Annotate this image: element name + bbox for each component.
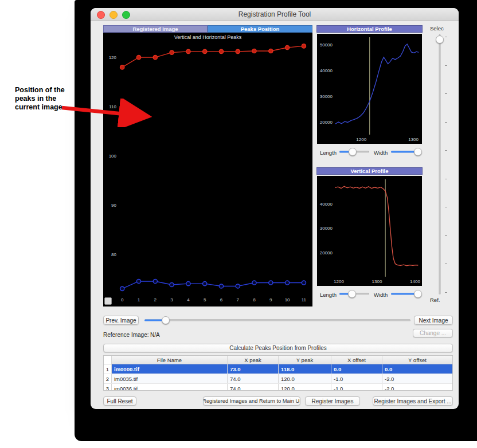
svg-text:9: 9 (269, 297, 272, 302)
y-offset: -2.0 (382, 374, 452, 383)
y-peak: 118.0 (279, 364, 331, 374)
image-index-slider[interactable] (144, 317, 410, 324)
svg-text:90: 90 (111, 203, 116, 208)
svg-text:Vertical and Horizontal Peaks: Vertical and Horizontal Peaks (174, 34, 242, 40)
vertical-profile-plot[interactable]: 200003000040000120013001400 (317, 176, 422, 286)
slider-thumb[interactable] (162, 316, 170, 324)
y-offset: -2.0 (382, 384, 452, 391)
plot-palette-icon[interactable] (104, 297, 112, 305)
y-peak: 120.0 (279, 384, 331, 391)
horizontal-profile-header: Horizontal Profile (316, 25, 423, 33)
reference-ref-label: Ref. (430, 297, 440, 303)
y-peak: 120.0 (279, 374, 331, 383)
table-row[interactable]: 1im0000.tif73.0118.00.00.0 (104, 364, 452, 374)
table-header-cell[interactable]: Y peak (279, 356, 331, 364)
x-offset: 0.0 (331, 364, 382, 374)
vertical-profile-svg: 200003000040000120013001400 (317, 176, 422, 286)
slider-thumb[interactable] (436, 36, 444, 44)
svg-text:40000: 40000 (320, 202, 333, 207)
register-export-button[interactable]: Register Images and Export ... (373, 396, 453, 406)
svg-text:1200: 1200 (334, 279, 344, 284)
svg-text:5: 5 (204, 297, 206, 302)
svg-text:0: 0 (121, 297, 124, 302)
v-length-slider[interactable] (339, 290, 369, 297)
svg-text:20000: 20000 (320, 120, 333, 125)
horizontal-profile-plot[interactable]: 2000030000400005000012001300 (317, 34, 422, 144)
file-name: im0036.tif (112, 384, 228, 391)
x-peak: 74.0 (228, 384, 279, 391)
reference-image-label: Reference Image: (103, 332, 149, 338)
h-length-slider[interactable] (339, 148, 369, 155)
svg-text:10: 10 (285, 297, 290, 302)
change-reference-button[interactable]: Change ... (413, 329, 453, 337)
slider-thumb[interactable] (348, 290, 356, 298)
svg-text:2: 2 (154, 297, 157, 302)
svg-text:6: 6 (220, 297, 223, 302)
svg-text:3: 3 (170, 297, 173, 302)
svg-text:11: 11 (302, 297, 307, 302)
file-name: im0035.tif (112, 374, 228, 383)
v-width-slider[interactable] (391, 290, 421, 297)
y-offset: 0.0 (382, 364, 452, 374)
svg-text:8: 8 (253, 297, 256, 302)
svg-text:100: 100 (109, 154, 117, 159)
calculate-peaks-button[interactable]: Calculate Peaks Position from Profiles (103, 344, 453, 352)
table-header-cell[interactable]: X peak (228, 356, 279, 364)
file-name: im0000.tif (112, 364, 228, 374)
x-peak: 74.0 (228, 374, 279, 383)
reference-select-label: Selec (430, 25, 444, 32)
svg-text:50000: 50000 (320, 42, 333, 48)
vertical-profile-header: Vertical Profile (316, 167, 423, 175)
svg-text:4: 4 (187, 297, 190, 302)
svg-text:120: 120 (109, 55, 117, 60)
register-images-button[interactable]: Register Images (305, 396, 360, 406)
title-bar[interactable]: Registration Profile Tool (91, 8, 459, 21)
x-offset: -1.0 (331, 374, 382, 383)
app-window: Registration Profile Tool Registered Ima… (91, 8, 459, 409)
slider-thumb[interactable] (349, 148, 357, 156)
slider-track (144, 320, 410, 321)
table-header-cell[interactable]: X offset (331, 356, 382, 364)
row-number: 1 (104, 364, 112, 374)
svg-text:1400: 1400 (410, 279, 420, 284)
table-body: 1im0000.tif73.0118.00.00.02im0035.tif74.… (104, 364, 452, 391)
tab-registered-image[interactable]: Registered Image (103, 25, 208, 33)
row-number: 2 (104, 374, 112, 383)
h-length-label: Length (320, 150, 337, 156)
svg-text:7: 7 (237, 297, 240, 302)
table-header: File NameX peakY peakX offsetY offset (104, 356, 452, 364)
svg-text:20000: 20000 (320, 250, 333, 256)
slider-track (439, 34, 441, 294)
tab-peaks-position[interactable]: Peaks Position (208, 25, 312, 33)
svg-text:30000: 30000 (320, 94, 333, 99)
svg-text:80: 80 (111, 252, 116, 257)
x-offset: -1.0 (331, 384, 382, 391)
reference-image-value: N/A (150, 332, 160, 338)
registered-return-button[interactable]: Registered Images and Return to Main UI (203, 396, 300, 406)
reference-select-slider[interactable] (436, 34, 444, 294)
full-reset-button[interactable]: Full Reset (103, 396, 136, 406)
table-header-cell[interactable] (104, 356, 112, 364)
svg-text:30000: 30000 (320, 226, 333, 231)
table-header-cell[interactable]: Y offset (382, 356, 452, 364)
table-row[interactable]: 2im0035.tif74.0120.0-1.0-2.0 (104, 374, 452, 384)
peaks-position-plot[interactable]: Vertical and Horizontal Peaks80901001101… (103, 33, 312, 306)
svg-text:1200: 1200 (356, 137, 366, 142)
row-number: 3 (104, 384, 112, 391)
svg-text:1300: 1300 (408, 137, 419, 142)
slider-thumb[interactable] (414, 148, 422, 156)
v-width-label: Width (374, 292, 388, 298)
prev-image-button[interactable]: Prev. Image (103, 316, 139, 325)
svg-text:110: 110 (109, 104, 116, 109)
next-image-button[interactable]: Next Image (414, 316, 453, 325)
horizontal-profile-svg: 2000030000400005000012001300 (317, 34, 422, 144)
table-header-cell[interactable]: File Name (112, 356, 228, 364)
window-title: Registration Profile Tool (91, 10, 459, 18)
x-peak: 73.0 (228, 364, 279, 374)
slider-thumb[interactable] (414, 290, 422, 298)
svg-text:1: 1 (138, 297, 140, 302)
table-row[interactable]: 3im0036.tif74.0120.0-1.0-2.0 (104, 384, 452, 391)
h-width-label: Width (374, 150, 388, 156)
slider-tick-marks (445, 37, 447, 292)
h-width-slider[interactable] (391, 148, 421, 155)
